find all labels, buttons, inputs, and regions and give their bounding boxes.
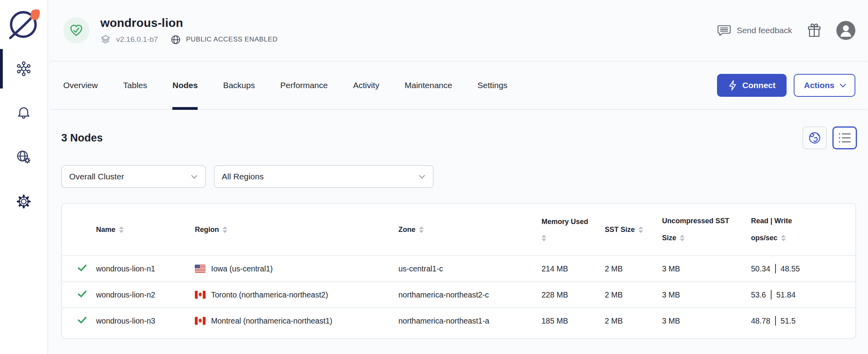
lightning-icon: [728, 80, 738, 91]
sidebar-item-alerts[interactable]: [0, 91, 47, 135]
col-sst-size[interactable]: SST Size: [605, 226, 662, 234]
node-sst-cell: 2 MB: [605, 290, 662, 299]
gift-icon[interactable]: [807, 23, 821, 38]
col-uncompressed-sst-size[interactable]: Uncompressed SST Size: [662, 217, 751, 242]
node-region-cell: Montreal (northamerica-northeast1): [195, 316, 398, 326]
node-filters: Overall Cluster All Regions: [61, 165, 857, 188]
table-row[interactable]: wondrous-lion-n1 Iowa (us-central1): [62, 255, 855, 281]
us-flag-icon: [195, 265, 206, 273]
chevron-down-icon: [840, 81, 846, 88]
node-status-cell: [77, 315, 96, 327]
pipe-divider: [775, 316, 776, 326]
healthy-check-icon: [77, 315, 87, 325]
node-uncompressed-cell: 3 MB: [662, 316, 751, 326]
table-row[interactable]: wondrous-lion-n2 Toronto (northamerica-n…: [62, 281, 855, 307]
healthy-check-icon: [77, 289, 87, 299]
actions-button[interactable]: Actions: [794, 74, 855, 97]
tab-tables[interactable]: Tables: [123, 62, 147, 109]
table-header-row: Name Region Zone Memory Used SST Size: [62, 204, 855, 255]
nodes-section-head: 3 Nodes: [61, 126, 857, 149]
cluster-hub-icon: [16, 61, 32, 77]
user-avatar[interactable]: [836, 21, 855, 40]
cluster-header: wondrous-lion v2.16.0.1-b7: [50, 0, 867, 62]
brand-logo-icon[interactable]: [4, 4, 43, 43]
sort-icon: [638, 226, 643, 233]
node-sst-cell: 2 MB: [605, 264, 662, 273]
node-uncompressed-cell: 3 MB: [662, 264, 751, 273]
sort-icon: [542, 235, 546, 241]
tabs: Overview Tables Nodes Backups Performanc…: [63, 62, 508, 109]
col-zone[interactable]: Zone: [398, 226, 542, 234]
app-window: wondrous-lion v2.16.0.1-b7: [0, 0, 868, 354]
tab-activity[interactable]: Activity: [353, 62, 379, 109]
gear-icon: [16, 194, 32, 209]
sidebar-item-network[interactable]: [0, 135, 47, 179]
node-region-cell: Iowa (us-central1): [195, 264, 398, 273]
table-row[interactable]: wondrous-lion-n3 Montreal (northamerica-…: [62, 307, 855, 333]
healthy-check-icon: [77, 263, 87, 273]
node-memory-cell: 228 MB: [542, 290, 605, 299]
globe-gear-icon: [15, 149, 32, 166]
col-region[interactable]: Region: [195, 226, 398, 234]
sidebar-nav: [0, 47, 47, 224]
nodes-count-title: 3 Nodes: [61, 132, 103, 144]
actions-button-label: Actions: [804, 81, 834, 90]
version-label: v2.16.0.1-b7: [116, 35, 158, 44]
tab-bar-buttons: Connect Actions: [717, 74, 855, 97]
tab-nodes[interactable]: Nodes: [172, 62, 198, 109]
tab-bar: Overview Tables Nodes Backups Performanc…: [50, 62, 867, 110]
node-name-cell: wondrous-lion-n1: [96, 264, 195, 273]
tab-performance[interactable]: Performance: [280, 62, 328, 109]
col-read-write-ops[interactable]: Read | Write ops/sec: [751, 217, 840, 242]
globe-view-button[interactable]: [802, 126, 827, 149]
col-name[interactable]: Name: [96, 226, 195, 234]
node-read-write-cell: 50.3448.55: [751, 264, 840, 273]
feedback-bubble-icon: [717, 24, 731, 37]
node-name-cell: wondrous-lion-n3: [96, 316, 195, 326]
sort-icon: [680, 235, 685, 241]
sort-icon: [119, 226, 124, 233]
cluster-meta: v2.16.0.1-b7 PUBLIC ACCESS ENABLED: [100, 34, 277, 45]
node-name-cell: wondrous-lion-n2: [96, 290, 195, 299]
sidebar-item-clusters[interactable]: [0, 47, 47, 91]
sidebar-item-settings[interactable]: [0, 179, 47, 224]
node-region-label: Iowa (us-central1): [211, 264, 273, 273]
node-zone-cell: us-central1-c: [398, 264, 542, 273]
node-region-label: Montreal (northamerica-northeast1): [211, 316, 332, 326]
node-status-cell: [77, 263, 96, 275]
connect-button[interactable]: Connect: [717, 74, 787, 97]
node-status-cell: [77, 289, 96, 301]
node-region-label: Toronto (northamerica-northeast2): [211, 290, 328, 299]
node-memory-cell: 185 MB: [542, 316, 605, 326]
chevron-down-icon: [191, 173, 198, 179]
healthy-heart-icon: [69, 23, 84, 38]
node-zone-cell: northamerica-northeast1-a: [398, 316, 542, 326]
region-filter-value: All Regions: [222, 172, 264, 181]
person-icon: [836, 21, 855, 40]
public-access-label: PUBLIC ACCESS ENABLED: [186, 36, 278, 43]
send-feedback-button[interactable]: Send feedback: [717, 24, 792, 37]
globe-view-icon: [808, 131, 821, 145]
cluster-identity: wondrous-lion v2.16.0.1-b7: [63, 16, 277, 45]
cluster-filter-select[interactable]: Overall Cluster: [61, 165, 206, 188]
bell-icon: [16, 105, 31, 121]
nodes-content: 3 Nodes: [48, 110, 868, 354]
send-feedback-label: Send feedback: [737, 26, 792, 35]
list-view-icon: [838, 132, 851, 144]
node-uncompressed-cell: 3 MB: [662, 290, 751, 299]
node-read-write-cell: 48.7851.5: [751, 316, 840, 326]
canada-flag-icon: [195, 317, 206, 325]
tab-backups[interactable]: Backups: [223, 62, 255, 109]
col-memory-used[interactable]: Memory Used: [542, 218, 605, 241]
list-view-button[interactable]: [832, 126, 857, 149]
sort-icon: [419, 226, 424, 233]
cluster-filter-value: Overall Cluster: [69, 172, 124, 181]
nodes-table-card: Name Region Zone Memory Used SST Size: [61, 203, 856, 339]
tab-overview[interactable]: Overview: [63, 62, 98, 109]
header-actions: Send feedback: [717, 21, 855, 40]
view-toggles: [802, 126, 857, 149]
tab-maintenance[interactable]: Maintenance: [405, 62, 452, 109]
layers-icon: [100, 34, 111, 45]
tab-settings[interactable]: Settings: [477, 62, 508, 109]
region-filter-select[interactable]: All Regions: [214, 165, 434, 188]
